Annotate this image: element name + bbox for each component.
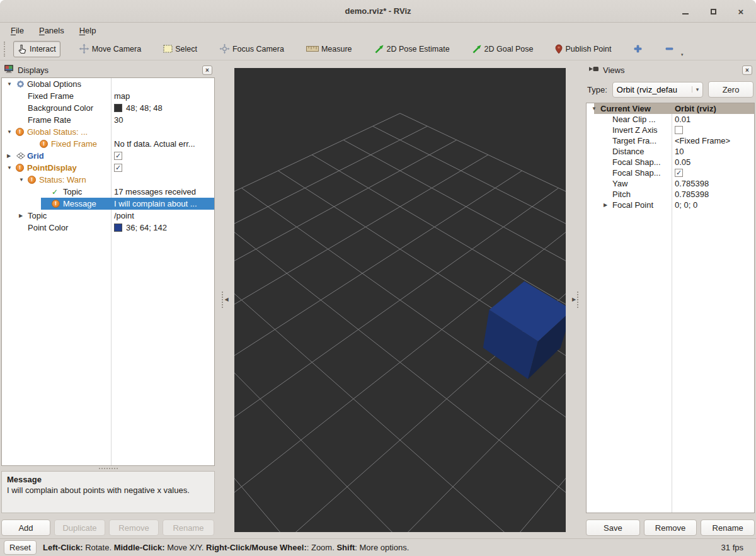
status-segment: Shift [336,543,355,552]
maximize-button[interactable] [707,5,719,18]
view-type-select[interactable]: Orbit (rviz_defau ▾ [612,82,703,98]
property-value[interactable]: 36; 64; 142 [114,222,213,234]
tree-row-frame-rate[interactable]: Frame Rate30 [2,114,214,126]
tree-expanded-icon[interactable]: ▼ [7,81,16,87]
tree-description-splitter[interactable] [1,466,215,471]
checkbox-checked[interactable]: ✓ [114,164,122,172]
tree-row-target-fra[interactable]: Target Fra...<Fixed Frame> [587,135,754,146]
property-value[interactable]: 48; 48; 48 [114,102,213,114]
tree-row-point-color[interactable]: Point Color36; 64; 142 [2,222,214,234]
property-value[interactable]: 10 [675,146,753,157]
views-close-icon[interactable]: × [742,65,752,75]
property-value[interactable]: ✓ [114,150,213,162]
color-value-text: 36; 64; 142 [126,223,167,232]
save-button[interactable]: Save [586,519,640,536]
tool-interact[interactable]: Interact [13,41,60,57]
add-button[interactable]: Add [1,519,50,536]
tree-expanded-icon[interactable]: ▼ [7,165,16,171]
menu-item-file[interactable]: File [5,25,30,37]
collapse-right-icon[interactable]: ▶ [572,297,576,302]
description-title: Message [7,475,209,485]
close-button[interactable]: × [735,5,747,18]
views-panel-header[interactable]: Views × [586,62,755,77]
displays-close-icon[interactable]: × [202,65,212,75]
property-value[interactable]: 0.01 [675,114,753,125]
tree-row-focal-shap[interactable]: Focal Shap...✓ [587,167,754,178]
tree-row-global-status[interactable]: ▼!Global Status: ... [2,126,214,138]
menu-item-help[interactable]: Help [74,25,102,37]
property-value[interactable]: <Fixed Frame> [675,135,753,146]
checkbox-unchecked[interactable] [675,126,683,134]
property-value[interactable]: No tf data. Actual err... [114,138,213,150]
tree-row-fixed-frame[interactable]: !Fixed FrameNo tf data. Actual err... [2,138,214,150]
tree-collapsed-icon[interactable]: ▶ [7,153,16,159]
tool-2d-goal-pose[interactable]: 2D Goal Pose [468,42,537,57]
tree-collapsed-icon[interactable]: ▶ [604,202,612,208]
tree-row-topic[interactable]: ✓Topic17 messages received [2,186,214,198]
tree-expanded-icon[interactable]: ▼ [7,129,16,135]
tree-row-focal-point[interactable]: ▶Focal Point0; 0; 0 [587,200,754,210]
tool-plus[interactable] [629,42,646,56]
tool-select[interactable]: Select [159,42,201,56]
tree-row-pointdisplay[interactable]: ▼!PointDisplay✓ [2,162,214,174]
titlebar[interactable]: demo.rviz* - RViz × [0,0,756,23]
property-value[interactable]: ✓ [114,162,213,174]
views-panel: Views × Type: Orbit (rviz_defau ▾ Zero ▼… [585,60,756,538]
tree-row-message[interactable]: !MessageI will complain about ... [2,198,214,210]
tool-minus[interactable]: ▾ [661,42,678,56]
tree-row-background-color[interactable]: Background Color48; 48; 48 [2,102,214,114]
duplicate-button[interactable]: Duplicate [54,519,105,536]
remove-button[interactable]: Remove [644,519,697,536]
property-value[interactable]: 0; 0; 0 [675,200,753,210]
checkbox-checked[interactable]: ✓ [114,152,122,160]
splitter-right[interactable]: ▶ [566,60,585,538]
rename-button[interactable]: Rename [701,519,755,536]
chevron-down-icon[interactable]: ▾ [681,52,684,57]
tree-row-topic[interactable]: ▶Topic/point [2,210,214,222]
displays-panel-header[interactable]: Displays × [1,62,215,77]
menu-item-panels[interactable]: Panels [33,25,70,37]
tree-row-pitch[interactable]: Pitch0.785398 [587,189,754,200]
3d-viewport[interactable] [234,68,566,532]
minimize-button[interactable] [679,5,692,18]
zero-button[interactable]: Zero [708,81,753,98]
tree-row-current-view[interactable]: ▼Current ViewOrbit (rviz) [587,103,754,114]
property-value[interactable]: Orbit (rviz) [675,103,753,114]
tool-publish-point[interactable]: Publish Point [551,42,615,57]
property-value[interactable]: 0.785398 [675,178,753,189]
tool-focus-camera[interactable]: Focus Camera [215,41,288,57]
tool-measure[interactable]: Measure [302,42,356,56]
property-value[interactable]: /point [114,210,213,222]
tool-move-camera[interactable]: Move Camera [75,41,146,57]
tree-expanded-icon[interactable]: ▼ [592,106,600,111]
reset-button[interactable]: Reset [4,540,37,555]
move-icon [79,43,89,54]
rename-button[interactable]: Rename [163,519,214,536]
tree-row-grid[interactable]: ▶Grid✓ [2,150,214,162]
checkbox-checked[interactable]: ✓ [675,169,683,177]
property-value[interactable]: 0.785398 [675,189,753,200]
property-value[interactable]: 0.05 [675,157,753,167]
tool-label: Focus Camera [232,45,284,54]
property-value[interactable]: ✓ [675,167,753,178]
tree-collapsed-icon[interactable]: ▶ [19,213,28,218]
tree-row-near-clip[interactable]: Near Clip ...0.01 [587,114,754,125]
splitter-left[interactable]: ◀ [216,60,234,538]
tree-row-distance[interactable]: Distance10 [587,146,754,157]
property-value[interactable]: map [114,90,213,102]
property-value[interactable]: 30 [114,114,213,126]
tree-row-status-warn[interactable]: ▼!Status: Warn [2,174,214,186]
remove-button[interactable]: Remove [109,519,159,536]
tree-row-invert-z-axis[interactable]: Invert Z Axis [587,125,754,135]
collapse-left-icon[interactable]: ◀ [224,297,228,302]
toolbar-drag-handle[interactable] [4,42,6,57]
tree-row-fixed-frame[interactable]: Fixed Framemap [2,90,214,102]
tree-expanded-icon[interactable]: ▼ [19,177,28,183]
property-value[interactable]: 17 messages received [114,186,213,198]
property-value[interactable]: I will complain about ... [114,198,213,210]
tree-row-yaw[interactable]: Yaw0.785398 [587,178,754,189]
tree-row-focal-shap[interactable]: Focal Shap...0.05 [587,157,754,167]
tree-row-global-options[interactable]: ▼Global Options [2,78,214,90]
tool-2d-pose-estimate[interactable]: 2D Pose Estimate [370,42,454,57]
property-value[interactable] [675,125,753,135]
